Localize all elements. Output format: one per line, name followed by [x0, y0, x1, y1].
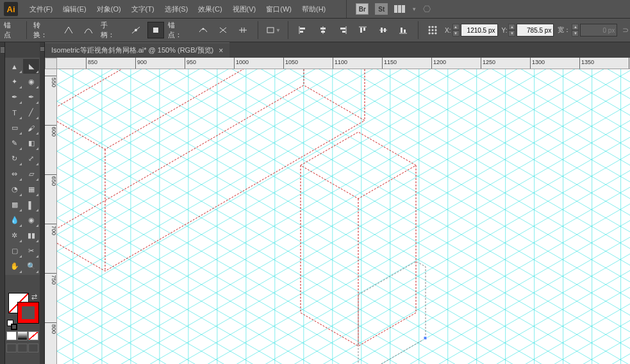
remove-anchor-button[interactable]: [195, 22, 211, 38]
convert-label: 转换：: [33, 21, 54, 40]
document-tab[interactable]: Isometric等距视角斜角网格.ai* @ 150% (RGB/预览) ×: [45, 42, 229, 58]
draw-inside[interactable]: [28, 343, 38, 352]
lasso-tool[interactable]: ◉: [23, 74, 39, 89]
hand-tool-icon: ✋: [10, 262, 19, 270]
blend-tool-icon: ◉: [28, 216, 35, 224]
svg-point-24: [429, 26, 431, 28]
perspective-tool[interactable]: ▦: [23, 182, 39, 197]
handle-show-button[interactable]: [128, 22, 144, 38]
svg-rect-7: [300, 31, 303, 33]
y-input[interactable]: [517, 24, 554, 37]
blend-tool[interactable]: ◉: [23, 213, 39, 228]
pen-tool[interactable]: ✒: [6, 90, 22, 104]
rectangle-tool[interactable]: ▭: [6, 120, 22, 135]
eraser-tool[interactable]: ◧: [23, 136, 39, 151]
default-stroke-icon[interactable]: [11, 324, 17, 330]
zoom-tool[interactable]: 🔍: [23, 259, 39, 274]
svg-rect-21: [401, 28, 402, 33]
y-stepper[interactable]: ▲▼: [508, 24, 515, 37]
menu-file[interactable]: 文件(F): [24, 2, 58, 17]
svg-rect-9: [320, 28, 326, 29]
color-mode-gradient[interactable]: [17, 331, 28, 340]
stroke-swatch[interactable]: [18, 302, 38, 323]
isolate-button[interactable]: ▼: [265, 22, 281, 38]
connect-path-button[interactable]: [235, 22, 251, 38]
eraser-tool-icon: ◧: [28, 139, 35, 147]
rotate-tool[interactable]: ↻: [6, 151, 22, 166]
align-right-button[interactable]: [335, 22, 351, 38]
align-top-button[interactable]: [355, 22, 371, 38]
align-vcenter-button[interactable]: [375, 22, 391, 38]
svg-point-27: [429, 29, 431, 31]
menu-object[interactable]: 对象(O): [92, 2, 126, 17]
reference-point-icon[interactable]: [425, 22, 441, 38]
perspective-tool-icon: ▦: [28, 185, 35, 194]
direct-selection-tool[interactable]: ◣: [23, 59, 39, 74]
mesh-tool[interactable]: ▩: [6, 197, 22, 212]
draw-normal[interactable]: [6, 343, 17, 352]
curvature-tool-icon: ✒: [28, 93, 34, 101]
eyedropper-tool[interactable]: 💧: [6, 213, 22, 228]
svg-rect-15: [360, 28, 362, 33]
menu-help[interactable]: 帮助(H): [297, 2, 331, 17]
line-tool[interactable]: ╱: [23, 105, 39, 120]
w-label: 宽：: [558, 26, 570, 35]
artwork-paths[interactable]: [57, 69, 630, 364]
close-icon[interactable]: ×: [219, 46, 223, 55]
y-label: Y:: [502, 27, 508, 34]
handle-hide-button[interactable]: [147, 22, 163, 38]
magic-wand-tool[interactable]: ✦: [6, 74, 22, 89]
dock-strip-left[interactable]: [0, 42, 5, 364]
ruler-origin[interactable]: [45, 58, 57, 69]
cut-path-button[interactable]: [215, 22, 231, 38]
x-input[interactable]: [461, 24, 498, 37]
menu-select[interactable]: 选择(S): [160, 2, 194, 17]
x-stepper[interactable]: ▲▼: [452, 24, 460, 37]
symbol-sprayer-tool-icon: ✲: [12, 231, 17, 240]
w-stepper[interactable]: ▲▼: [572, 24, 579, 37]
shape-builder-tool[interactable]: ◔: [6, 182, 22, 197]
arrange-documents-icon[interactable]: [394, 5, 405, 13]
gradient-tool[interactable]: ▌: [23, 197, 39, 212]
bridge-button[interactable]: Br: [356, 3, 369, 15]
artboard-tool[interactable]: ▢: [6, 244, 22, 258]
curvature-tool[interactable]: ✒: [23, 90, 39, 104]
fill-stroke-control[interactable]: ⇄: [5, 292, 40, 327]
mesh-tool-icon: ▩: [12, 201, 18, 209]
menu-type[interactable]: 文字(T): [126, 2, 160, 17]
stock-button[interactable]: St: [375, 3, 388, 15]
type-tool[interactable]: T: [6, 105, 22, 120]
free-transform-tool-icon: ▱: [29, 170, 34, 178]
free-transform-tool[interactable]: ▱: [23, 167, 39, 181]
pencil-tool[interactable]: ✎: [6, 136, 22, 151]
paintbrush-tool[interactable]: 🖌: [23, 120, 39, 135]
selection-tool-icon: ▲: [11, 63, 18, 70]
graph-tool[interactable]: ▮▮: [23, 228, 39, 243]
hand-tool[interactable]: ✋: [6, 259, 22, 274]
link-wh-icon[interactable]: ⊃: [621, 21, 630, 40]
dock-strip-panel[interactable]: [40, 42, 45, 364]
align-bottom-button[interactable]: [395, 22, 411, 38]
swap-fill-stroke-icon[interactable]: ⇄: [31, 293, 37, 301]
align-hcenter-button[interactable]: [315, 22, 331, 38]
align-left-button[interactable]: [295, 22, 311, 38]
menu-view[interactable]: 视图(V): [228, 2, 261, 17]
ruler-vertical[interactable]: 550600650700750800: [45, 69, 57, 364]
slice-tool[interactable]: ✂: [23, 244, 39, 258]
scale-tool[interactable]: ⤢: [23, 151, 39, 166]
convert-smooth-button[interactable]: [81, 22, 97, 38]
menu-edit[interactable]: 编辑(E): [58, 2, 92, 17]
draw-behind[interactable]: [17, 343, 28, 352]
symbol-sprayer-tool[interactable]: ✲: [6, 228, 22, 243]
ruler-horizontal[interactable]: 8509009501000105011001150120012501300135…: [57, 58, 630, 69]
menu-window[interactable]: 窗口(W): [261, 2, 297, 17]
gpu-icon[interactable]: ⎔: [423, 4, 431, 14]
pencil-tool-icon: ✎: [12, 139, 17, 147]
width-tool[interactable]: ⇔: [6, 167, 22, 181]
convert-corner-button[interactable]: [60, 22, 76, 38]
canvas[interactable]: [57, 69, 630, 364]
selection-tool[interactable]: ▲: [6, 59, 22, 74]
color-mode-solid[interactable]: [6, 331, 17, 340]
menu-effect[interactable]: 效果(C): [193, 2, 227, 17]
color-mode-none[interactable]: [28, 331, 38, 340]
